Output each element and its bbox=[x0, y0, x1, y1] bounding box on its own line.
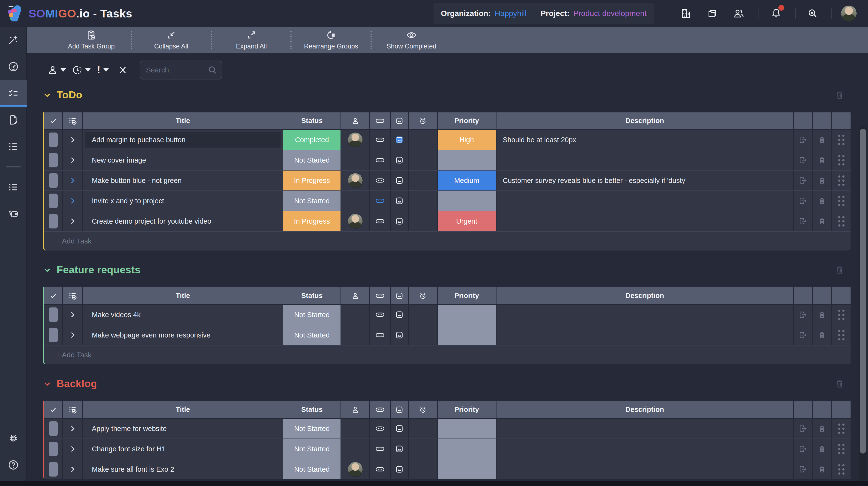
assignee-cell[interactable] bbox=[341, 211, 369, 231]
image-header[interactable] bbox=[391, 287, 408, 304]
task-link-icon[interactable] bbox=[370, 419, 390, 438]
task-due-cell[interactable] bbox=[409, 419, 437, 438]
drag-handle[interactable] bbox=[832, 130, 850, 150]
delete-group-icon[interactable] bbox=[835, 265, 845, 275]
task-image-icon[interactable] bbox=[391, 305, 408, 325]
drag-handle[interactable] bbox=[832, 171, 850, 190]
task-due-cell[interactable] bbox=[409, 130, 437, 150]
task-priority[interactable] bbox=[438, 305, 496, 325]
delete-task-icon[interactable] bbox=[813, 171, 831, 190]
task-title[interactable]: Create demo project for youtube video bbox=[83, 211, 283, 231]
task-link-icon[interactable] bbox=[370, 150, 390, 170]
expand-task-button[interactable] bbox=[63, 325, 82, 345]
description-header[interactable]: Description bbox=[496, 287, 793, 304]
task-image-icon[interactable] bbox=[391, 439, 408, 459]
task-priority[interactable] bbox=[438, 419, 496, 438]
task-link-icon[interactable] bbox=[370, 130, 390, 150]
task-priority[interactable]: Urgent bbox=[438, 211, 496, 231]
task-checkbox[interactable] bbox=[44, 439, 62, 459]
task-image-icon[interactable] bbox=[391, 150, 408, 170]
sidebar-item-backlog-list[interactable] bbox=[0, 174, 27, 200]
task-image-icon[interactable] bbox=[391, 211, 408, 231]
delete-task-icon[interactable] bbox=[813, 439, 831, 459]
task-title[interactable]: Make sure all font is Exo 2 bbox=[83, 459, 283, 479]
task-status[interactable]: Not Started bbox=[283, 191, 341, 211]
expand-task-button[interactable] bbox=[63, 130, 82, 150]
task-link-icon[interactable] bbox=[370, 459, 390, 479]
link-header[interactable] bbox=[370, 113, 390, 129]
task-priority[interactable] bbox=[438, 439, 496, 459]
task-title[interactable]: Change font size for H1 bbox=[83, 439, 283, 459]
drag-handle[interactable] bbox=[832, 305, 850, 325]
task-link-icon[interactable] bbox=[370, 211, 390, 231]
sidebar-item-list[interactable] bbox=[0, 133, 27, 160]
task-description[interactable] bbox=[496, 150, 793, 170]
delete-task-icon[interactable] bbox=[813, 211, 831, 231]
organization-value[interactable]: Happyhill bbox=[495, 9, 527, 18]
task-title[interactable]: Apply theme for website bbox=[83, 419, 283, 438]
expand-task-button[interactable] bbox=[63, 419, 82, 438]
task-link-icon[interactable] bbox=[370, 305, 390, 325]
task-status[interactable]: Not Started bbox=[283, 325, 341, 345]
due-header[interactable] bbox=[409, 113, 437, 129]
task-status[interactable]: Not Started bbox=[283, 419, 341, 438]
notifications-button[interactable] bbox=[765, 0, 787, 27]
delete-task-icon[interactable] bbox=[813, 191, 831, 211]
collapse-group-icon[interactable] bbox=[43, 266, 51, 274]
assignee-header[interactable] bbox=[341, 287, 369, 304]
image-header[interactable] bbox=[391, 401, 408, 418]
task-due-cell[interactable] bbox=[409, 191, 437, 211]
task-checkbox[interactable] bbox=[44, 150, 62, 170]
expand-task-button[interactable] bbox=[63, 191, 82, 211]
drag-handle[interactable] bbox=[832, 211, 850, 231]
assignee-cell[interactable] bbox=[341, 459, 369, 479]
task-status[interactable]: Not Started bbox=[283, 459, 341, 479]
task-title[interactable]: Add margin to puchase button bbox=[83, 130, 283, 150]
move-task-icon[interactable] bbox=[794, 130, 812, 150]
assignee-header[interactable] bbox=[341, 113, 369, 129]
status-header[interactable]: Status bbox=[283, 113, 341, 129]
delete-task-icon[interactable] bbox=[813, 130, 831, 150]
user-menu-button[interactable] bbox=[838, 0, 860, 27]
task-priority[interactable]: Medium bbox=[438, 171, 496, 190]
scrollbar-track[interactable] bbox=[859, 126, 867, 486]
due-header[interactable] bbox=[409, 401, 437, 418]
move-task-icon[interactable] bbox=[794, 439, 812, 459]
task-link-icon[interactable] bbox=[370, 171, 390, 190]
task-description[interactable] bbox=[496, 459, 793, 479]
status-header[interactable]: Status bbox=[283, 401, 341, 418]
task-checkbox[interactable] bbox=[44, 305, 62, 325]
search-button[interactable] bbox=[802, 0, 824, 27]
scrollbar-thumb[interactable] bbox=[860, 129, 866, 454]
task-link-icon[interactable] bbox=[370, 325, 390, 345]
drag-handle[interactable] bbox=[832, 419, 850, 438]
move-task-icon[interactable] bbox=[794, 459, 812, 479]
task-priority[interactable] bbox=[438, 191, 496, 211]
delete-task-icon[interactable] bbox=[813, 325, 831, 345]
assignee-cell[interactable] bbox=[341, 171, 369, 190]
project-value[interactable]: Product development bbox=[573, 9, 646, 18]
task-priority[interactable] bbox=[438, 325, 496, 345]
move-task-icon[interactable] bbox=[794, 211, 812, 231]
task-title[interactable]: New cover image bbox=[83, 150, 283, 170]
delete-task-icon[interactable] bbox=[813, 419, 831, 438]
assignee-cell[interactable] bbox=[341, 191, 369, 211]
team-button[interactable] bbox=[728, 0, 750, 27]
assignee-filter[interactable] bbox=[48, 65, 66, 75]
task-priority[interactable] bbox=[438, 150, 496, 170]
task-checkbox[interactable] bbox=[44, 211, 62, 231]
task-due-cell[interactable] bbox=[409, 439, 437, 459]
task-title[interactable]: Make button blue - not green bbox=[83, 171, 283, 190]
collapse-all-button[interactable]: Collapse All bbox=[132, 27, 210, 53]
assignee-cell[interactable] bbox=[341, 150, 369, 170]
priority-filter[interactable]: ! bbox=[97, 65, 109, 75]
task-checkbox[interactable] bbox=[44, 459, 62, 479]
show-completed-button[interactable]: Show Completed bbox=[373, 27, 450, 53]
task-image-icon[interactable] bbox=[391, 459, 408, 479]
task-due-cell[interactable] bbox=[409, 325, 437, 345]
sidebar-item-dashboard[interactable] bbox=[0, 53, 27, 80]
task-image-icon[interactable] bbox=[391, 171, 408, 190]
collapse-group-icon[interactable] bbox=[43, 91, 51, 99]
task-checkbox[interactable] bbox=[44, 191, 62, 211]
move-task-icon[interactable] bbox=[794, 171, 812, 190]
